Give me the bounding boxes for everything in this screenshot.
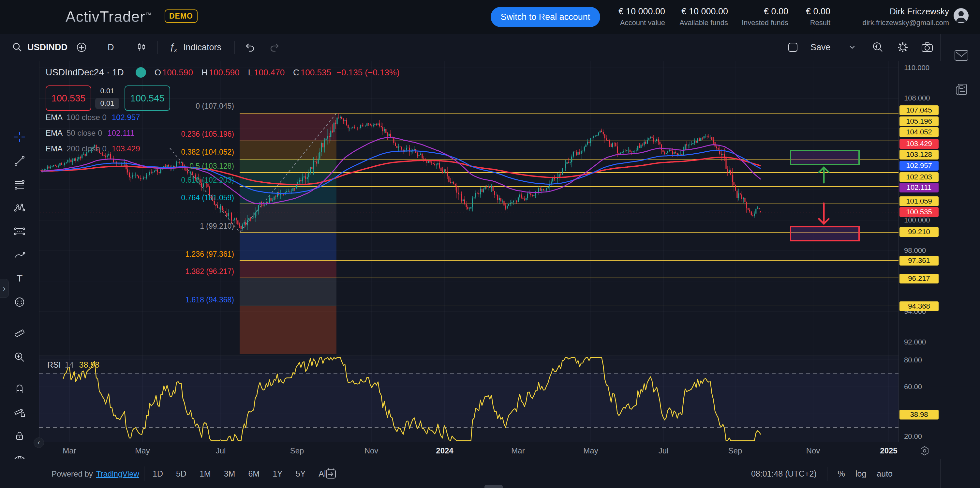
log-scale-button[interactable]: log: [856, 469, 866, 478]
tool-magnet[interactable]: [14, 383, 25, 394]
mail-icon: [954, 49, 969, 61]
calendar-go-icon: [325, 467, 337, 480]
user-email: dirk.friczewsky@gmail.com: [862, 19, 949, 27]
tool-crosshair[interactable]: [14, 131, 25, 143]
time-axis[interactable]: MarMayJulSepNov2024MarMayJulSepNov2025: [39, 442, 940, 459]
stat-value: € 0.00: [806, 6, 830, 17]
tool-trend-line[interactable]: [14, 155, 25, 167]
tool-fib-retracement[interactable]: [14, 179, 25, 190]
axis-tick: 100.000: [904, 216, 930, 225]
timezone-clock-icon[interactable]: [920, 446, 930, 456]
save-button[interactable]: Save: [810, 34, 831, 61]
axis-tick: 80.00: [904, 356, 922, 364]
session-clock[interactable]: 08:01:48 (UTC+2): [751, 469, 817, 478]
tool-xabcd-pattern[interactable]: [14, 202, 25, 214]
search-icon: [12, 42, 23, 53]
market-status-icon: [135, 67, 146, 78]
compare-add-button[interactable]: [76, 34, 88, 61]
supply-zone-box[interactable]: [791, 150, 859, 164]
stat-available-funds: € 10 000.00 Available funds: [679, 6, 728, 27]
layout-button[interactable]: [787, 34, 799, 61]
chart-canvas[interactable]: [39, 61, 899, 442]
pane-divider[interactable]: [39, 356, 940, 356]
tools-separator: [6, 373, 33, 373]
ema-200-line[interactable]: [41, 157, 760, 185]
camera-icon: [921, 41, 934, 54]
auto-scale-button[interactable]: auto: [877, 469, 892, 478]
ema-50-line[interactable]: [41, 138, 760, 204]
user-profile[interactable]: Dirk Friczewsky dirk.friczewsky@gmail.co…: [862, 6, 949, 27]
tool-brush[interactable]: [14, 249, 25, 260]
zoom-in-icon: [14, 351, 25, 363]
fib-label: 0.764 (101.059): [181, 193, 234, 202]
avatar[interactable]: [954, 8, 969, 23]
range-button-5y[interactable]: 5Y: [296, 469, 306, 478]
pencil-lock-icon: [14, 406, 25, 418]
price-axis[interactable]: 110.000108.000100.00098.00096.00094.0009…: [899, 61, 940, 459]
powered-by: Powered by TradingView: [51, 459, 139, 488]
time-label: Jul: [659, 446, 669, 455]
forecast-icon: [14, 225, 25, 237]
rsi-band-fill: [39, 373, 899, 427]
symbol-title: USDIndDec24 · 1D: [46, 67, 124, 78]
demand-zone-box[interactable]: [791, 227, 859, 241]
range-button-3m[interactable]: 3M: [224, 469, 235, 478]
ohlc-change: −0.135 (−0.13%): [336, 67, 400, 78]
stat-label: Result: [806, 19, 830, 27]
sidebar-collapse-button[interactable]: ‹: [33, 437, 44, 448]
go-to-date-button[interactable]: [325, 467, 337, 482]
price-badge: 104.052: [899, 127, 939, 137]
percent-scale-button[interactable]: %: [838, 469, 845, 478]
save-menu-button[interactable]: [848, 34, 857, 61]
chevron-down-icon: [848, 43, 857, 52]
news-button[interactable]: [954, 82, 969, 98]
settings-button[interactable]: [897, 34, 909, 61]
time-label: Sep: [728, 446, 742, 455]
indicators-button[interactable]: ƒ x Indicators: [167, 34, 221, 61]
fib-label: 0.618 (102.203): [181, 176, 234, 185]
symbol-field[interactable]: USDINDD: [27, 42, 67, 53]
fib-label: 1 (99.210): [200, 222, 234, 231]
app-logo: ActivTrader™: [65, 8, 151, 26]
switch-to-real-account-button[interactable]: Switch to Real account: [491, 7, 600, 27]
tradingview-link[interactable]: TradingView: [96, 469, 139, 478]
redo-button[interactable]: [269, 34, 281, 61]
interval-button[interactable]: D: [108, 34, 114, 61]
quick-search-button[interactable]: [872, 34, 884, 61]
bottom-drawer-handle[interactable]: [484, 485, 503, 488]
tool-emoji[interactable]: [14, 296, 25, 308]
undo-button[interactable]: [244, 34, 256, 61]
sell-button[interactable]: 100.535: [46, 86, 91, 111]
time-label: 2024: [436, 446, 453, 455]
indicators-label: Indicators: [183, 42, 221, 53]
price-badge: 96.217: [899, 274, 939, 284]
watchlist-expand-handle[interactable]: ›: [0, 279, 9, 298]
range-button-1m[interactable]: 1M: [199, 469, 211, 478]
snapshot-button[interactable]: [921, 34, 934, 61]
mail-button[interactable]: [954, 49, 969, 63]
tool-measure[interactable]: [14, 327, 25, 339]
logo-tm: ™: [145, 11, 151, 18]
axis-tick: 110.000: [904, 64, 929, 72]
time-label: Sep: [290, 446, 304, 455]
tool-lock-all[interactable]: [14, 430, 25, 442]
fib-band: [240, 306, 336, 354]
range-button-1d[interactable]: 1D: [153, 469, 163, 478]
fib-label: 0.382 (104.052): [181, 148, 234, 156]
tool-zoom-in[interactable]: [14, 351, 25, 363]
range-button-6m[interactable]: 6M: [248, 469, 259, 478]
symbol-search[interactable]: USDINDD: [12, 34, 67, 61]
tool-drawing-lock[interactable]: [14, 406, 25, 418]
stat-result: € 0.00 Result: [806, 6, 830, 27]
range-button-1y[interactable]: 1Y: [272, 469, 283, 478]
tool-text[interactable]: T: [14, 273, 25, 284]
footer-separator: [827, 467, 827, 481]
time-label: Mar: [63, 446, 76, 455]
indicator-legend-rsi: RSI 14 38.98: [47, 360, 99, 370]
range-button-5d[interactable]: 5D: [176, 469, 186, 478]
stat-account-value: € 10 000.00 Account value: [619, 6, 665, 27]
chart-style-button[interactable]: [136, 34, 147, 61]
tool-forecast[interactable]: [14, 225, 25, 237]
buy-button[interactable]: 100.545: [124, 86, 170, 111]
fib-label: 0.5 (103.128): [189, 162, 234, 171]
